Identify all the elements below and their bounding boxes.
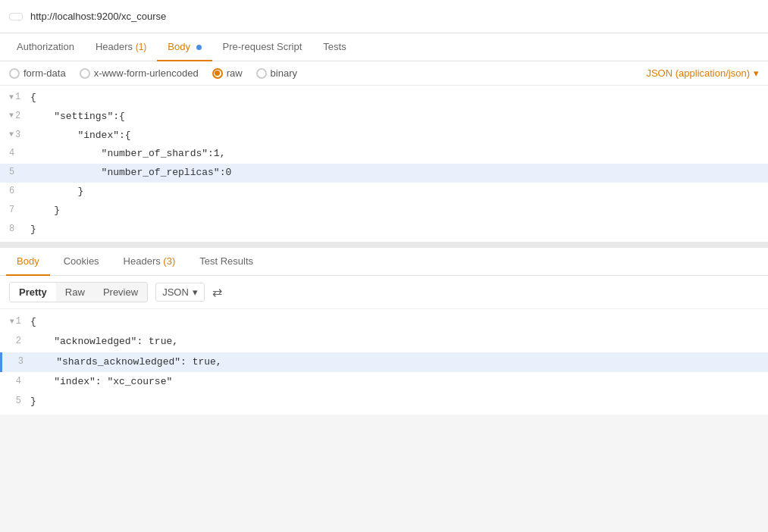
view-btn-group: PrettyRawPreview [9,282,148,302]
line-toggle[interactable]: ▼ [9,110,14,122]
response-tab-headers[interactable]: Headers (3) [113,248,187,276]
resp-code-line: 5} [0,392,768,412]
code-line: 6 } [0,183,768,202]
line-number: ▼1 [0,89,27,106]
url-input[interactable] [30,11,759,22]
line-content: { [27,89,768,108]
line-number: 5 [0,164,27,181]
request-tab-authorization[interactable]: Authorization [6,33,85,61]
resp-code-line: ▼1{ [0,312,768,332]
resp-line-toggle[interactable]: ▼ [10,318,14,326]
response-format-chevron: ▾ [193,286,198,298]
request-tab-prerequest[interactable]: Pre-request Script [212,33,313,61]
view-btn-pretty[interactable]: Pretty [10,283,56,302]
code-line: ▼2 "settings":{ [0,108,768,127]
view-bar: PrettyRawPreviewJSON▾⇄ [0,276,768,309]
line-number: 4 [0,145,27,162]
json-type-selector[interactable]: JSON (application/json)▾ [646,67,759,79]
json-type-chevron: ▾ [754,67,759,79]
code-line: 5 "number_of_replicas":0 [0,164,768,183]
request-tab-headers[interactable]: Headers (1) [85,33,157,61]
radio-label-form-data: form-data [24,67,66,79]
line-number: 7 [0,202,27,219]
response-tab-testresults[interactable]: Test Results [189,248,264,276]
body-dot [196,45,202,50]
radio-label-urlencoded: x-www-form-urlencoded [94,67,199,79]
line-content: "number_of_shards":1, [27,145,768,164]
radio-circle-raw [212,68,223,79]
radio-urlencoded[interactable]: x-www-form-urlencoded [80,67,199,79]
code-line: ▼3 "index":{ [0,127,768,146]
request-editor: ▼1{▼2 "settings":{▼3 "index":{4 "number_… [0,86,768,248]
line-toggle[interactable]: ▼ [9,129,14,141]
resp-line-number: 4 [0,372,27,390]
resp-line-content: "index": "xc_course" [27,372,768,392]
line-content: } [27,221,768,239]
radio-raw[interactable]: raw [212,67,243,79]
code-line: 4 "number_of_shards":1, [0,145,768,164]
resp-line-number: ▼1 [0,312,27,330]
body-options: form-datax-www-form-urlencodedrawbinaryJ… [0,61,768,86]
line-toggle[interactable]: ▼ [9,92,14,104]
resp-code-line: 3 "shards_acknowledged": true, [0,352,768,372]
resp-line-number: 3 [2,352,30,371]
resp-code-line: 4 "index": "xc_course" [0,372,768,392]
radio-binary[interactable]: binary [256,67,297,79]
line-number: ▼2 [0,108,27,125]
view-btn-preview[interactable]: Preview [94,283,147,302]
resp-line-content: { [27,312,768,332]
wrap-lines-button[interactable]: ⇄ [208,282,227,302]
code-line: ▼1{ [0,89,768,108]
line-number: 8 [0,221,27,238]
url-bar [0,0,768,33]
method-selector[interactable] [9,13,23,20]
view-btn-raw[interactable]: Raw [56,283,94,302]
radio-form-data[interactable]: form-data [9,67,66,79]
line-content: "index":{ [27,127,768,146]
line-content: } [27,202,768,221]
json-type-label: JSON (application/json) [646,67,750,79]
response-tab-cookies[interactable]: Cookies [53,248,110,276]
line-content: "settings":{ [27,108,768,127]
resp-line-content: "shards_acknowledged": true, [30,352,768,372]
line-content: "number_of_replicas":0 [27,164,768,183]
radio-label-raw: raw [227,67,243,79]
radio-label-binary: binary [271,67,297,79]
line-content: } [27,183,768,202]
line-number: ▼3 [0,127,27,144]
resp-line-number: 5 [0,392,27,410]
radio-circle-urlencoded [80,68,90,79]
request-tab-tests[interactable]: Tests [312,33,356,61]
radio-circle-binary [256,68,267,79]
resp-line-content: "acknowledged": true, [27,332,768,352]
response-tab-body[interactable]: Body [6,248,50,276]
code-line: 8} [0,221,768,239]
resp-line-content: } [27,392,768,412]
line-number: 6 [0,183,27,200]
resp-line-number: 2 [0,332,27,350]
request-tabs-bar: AuthorizationHeaders (1)Body Pre-request… [0,33,768,61]
code-line: 7 } [0,202,768,221]
request-tab-body[interactable]: Body [157,33,212,61]
response-format-selector[interactable]: JSON▾ [155,283,205,302]
response-format-label: JSON [162,286,189,298]
radio-circle-form-data [9,68,20,79]
response-section: BodyCookiesHeaders (3)Test Results Prett… [0,248,768,414]
response-tabs-bar: BodyCookiesHeaders (3)Test Results [0,248,768,276]
resp-code-line: 2 "acknowledged": true, [0,332,768,352]
